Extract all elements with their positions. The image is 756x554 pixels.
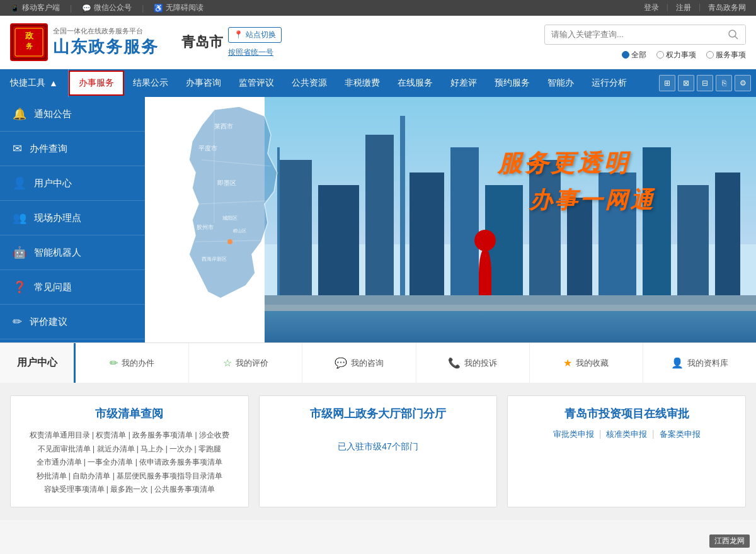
wechat-link[interactable]: 💬 微信公众号 bbox=[82, 3, 132, 13]
svg-point-5 bbox=[729, 30, 736, 37]
user-center-my-consult[interactable]: 💬 我的咨询 bbox=[302, 343, 416, 383]
banner-area: 莱西市 平度市 即墨区 胶州市 城阳区 崂山区 西海岸新区 服务更透明 办事一网… bbox=[145, 97, 756, 342]
bell-icon: 🔔 bbox=[13, 107, 26, 121]
bottom-card-invest: 青岛市投资项目在线审批 审批类申报 | 核准类申报 | 备案类申报 bbox=[507, 395, 746, 507]
sidebar-item-robot[interactable]: 🤖 智能机器人 bbox=[0, 235, 145, 270]
radio-power-circle bbox=[656, 51, 664, 59]
mail-icon: ✉ bbox=[13, 142, 22, 155]
banner-text-2: 办事一网通 bbox=[529, 185, 655, 216]
complaint-icon: 📞 bbox=[448, 357, 461, 369]
nav-item-jianguan[interactable]: 监管评议 bbox=[230, 69, 283, 97]
collect-icon: ★ bbox=[563, 357, 572, 369]
link-gonggong[interactable]: 公共服务事项清单 bbox=[154, 485, 215, 494]
link-lingtui[interactable]: 零跑腿 bbox=[198, 444, 221, 453]
banner-text-1: 服务更透明 bbox=[498, 147, 630, 179]
logo-title: 山东政务服务 bbox=[53, 36, 159, 58]
nav-item-feishui[interactable]: 非税缴费 bbox=[336, 69, 389, 97]
login-link[interactable]: 登录 bbox=[644, 3, 659, 13]
nav-item-jieguo[interactable]: 结果公示 bbox=[124, 69, 177, 97]
location-icon: 📍 bbox=[234, 30, 243, 39]
location-switch-btn[interactable]: 📍 站点切换 bbox=[228, 27, 282, 43]
radio-all[interactable]: 全部 bbox=[622, 50, 646, 60]
search-button[interactable] bbox=[721, 25, 745, 44]
sidebar-item-office[interactable]: 👥 现场办理点 bbox=[0, 201, 145, 235]
link-yiciiban[interactable]: 一次办 bbox=[169, 444, 192, 453]
header-left: 政 务 全国一体化在线政务服务平台 山东政务服务 青岛市 📍 站点切换 按照省统… bbox=[10, 23, 282, 61]
link-jiujin[interactable]: 就近办清单 bbox=[97, 444, 135, 453]
user-center-my-collect[interactable]: ★ 我的收藏 bbox=[530, 343, 643, 383]
province-link[interactable]: 按照省统一号 bbox=[228, 47, 282, 58]
user-center-my-review[interactable]: ☆ 我的评价 bbox=[189, 343, 302, 383]
window-restore-btn[interactable]: ⊞ bbox=[659, 75, 675, 91]
link-mashangban[interactable]: 马上办 bbox=[140, 444, 163, 453]
link-zhengwu-qingdan[interactable]: 政务服务事项清单 bbox=[132, 431, 193, 439]
question-icon: ❓ bbox=[13, 280, 26, 294]
logo-box: 政 务 全国一体化在线政务服务平台 山东政务服务 bbox=[10, 23, 159, 61]
accessibility-link[interactable]: ♿ 无障碍阅读 bbox=[154, 3, 203, 13]
radio-power[interactable]: 权力事项 bbox=[656, 50, 696, 60]
user-center-label: 用户中心 bbox=[0, 343, 76, 383]
window-minimize-btn[interactable]: ⊟ bbox=[697, 75, 713, 91]
nav-item-zixun[interactable]: 办事咨询 bbox=[177, 69, 230, 97]
link-hezun[interactable]: 核准类申报 bbox=[606, 429, 647, 440]
link-miaopi[interactable]: 秒批清单 bbox=[37, 472, 67, 480]
mobile-link[interactable]: 📱 移动客户端 bbox=[10, 3, 60, 13]
city-map: 莱西市 平度市 即墨区 胶州市 城阳区 崂山区 西海岸新区 bbox=[158, 97, 296, 336]
link-rongque[interactable]: 容缺受理事项清单 bbox=[44, 485, 105, 494]
consult-icon: 💬 bbox=[335, 357, 347, 369]
svg-text:务: 务 bbox=[26, 42, 33, 50]
sidebar-item-user[interactable]: 👤 用户中心 bbox=[0, 166, 145, 201]
nav-item-zhineng[interactable]: 智能办 bbox=[539, 69, 583, 97]
search-input[interactable] bbox=[545, 26, 721, 43]
sidebar-item-notice[interactable]: 🔔 通知公告 bbox=[0, 97, 145, 132]
nav-bar: 快捷工具 ▲ 办事服务 结果公示 办事咨询 监管评议 公共资源 非税缴费 在线服… bbox=[0, 69, 756, 97]
link-quanze[interactable]: 权责清单 bbox=[96, 431, 126, 439]
data-icon: 👤 bbox=[671, 357, 684, 369]
user-center-my-complaint[interactable]: 📞 我的投诉 bbox=[416, 343, 530, 383]
dept-count: 已入驻市级47个部门 bbox=[270, 441, 487, 453]
user-icon: 👤 bbox=[13, 176, 26, 190]
window-settings-btn[interactable]: ⚙ bbox=[735, 75, 751, 91]
logo-subtitle: 全国一体化在线政务服务平台 bbox=[53, 26, 159, 36]
window-maximize-btn[interactable]: ⊠ bbox=[678, 75, 694, 91]
affairs-icon: ✏ bbox=[110, 357, 118, 369]
user-center-my-affairs[interactable]: ✏ 我的办件 bbox=[76, 343, 189, 383]
link-shenpi[interactable]: 审批类申报 bbox=[553, 429, 594, 440]
top-bar: 📱 移动客户端 | 💬 微信公众号 | ♿ 无障碍阅读 登录 | 注册 | 青岛… bbox=[0, 0, 756, 16]
nav-item-yunxing[interactable]: 运行分析 bbox=[583, 69, 636, 97]
nav-item-zaixian[interactable]: 在线服务 bbox=[389, 69, 442, 97]
city-selector: 青岛市 📍 站点切换 按照省统一号 bbox=[181, 27, 282, 58]
link-shequan[interactable]: 涉企收费 bbox=[199, 431, 229, 439]
logo-icon: 政 务 bbox=[10, 23, 48, 61]
window-share-btn[interactable]: ⎘ bbox=[716, 75, 732, 91]
quick-tools-btn[interactable]: 快捷工具 ▲ bbox=[0, 69, 69, 97]
link-quanze-tongyong[interactable]: 权责清单通用目录 bbox=[30, 431, 90, 439]
link-quanshitong[interactable]: 全市通办清单 bbox=[37, 458, 82, 466]
sidebar-item-faq[interactable]: ❓ 常见问题 bbox=[0, 270, 145, 305]
nav-item-gonggong[interactable]: 公共资源 bbox=[283, 69, 336, 97]
radio-service[interactable]: 服务事项 bbox=[706, 50, 746, 60]
link-bumianmian[interactable]: 不见面审批清单 bbox=[38, 444, 91, 453]
nav-item-yuyue[interactable]: 预约服务 bbox=[486, 69, 539, 97]
svg-line-6 bbox=[735, 36, 738, 39]
user-center-my-data[interactable]: 👤 我的资料库 bbox=[643, 343, 756, 383]
svg-text:崂山区: 崂山区 bbox=[233, 229, 246, 233]
nav-item-haocha[interactable]: 好差评 bbox=[442, 69, 486, 97]
sidebar-item-feedback[interactable]: ✏ 评价建议 bbox=[0, 305, 145, 339]
radio-service-circle bbox=[706, 51, 714, 59]
link-zizhu[interactable]: 自助办清单 bbox=[72, 472, 110, 480]
sidebar-item-query[interactable]: ✉ 办件查询 bbox=[0, 132, 145, 166]
svg-text:平度市: 平度市 bbox=[198, 145, 217, 152]
qingdao-gov-link[interactable]: 青岛政务网 bbox=[708, 3, 746, 13]
svg-text:西海岸新区: 西海岸新区 bbox=[202, 256, 227, 262]
link-yishenqing[interactable]: 依申请政务服务事项清单 bbox=[139, 458, 222, 466]
link-jiceng[interactable]: 基层便民服务事项指导目录清单 bbox=[117, 472, 222, 480]
link-zuiduopao[interactable]: 最多跑一次 bbox=[110, 485, 148, 494]
svg-text:城阳区: 城阳区 bbox=[222, 215, 238, 221]
link-beian[interactable]: 备案类申报 bbox=[660, 429, 701, 440]
nav-item-banshi[interactable]: 办事服务 bbox=[69, 71, 124, 96]
register-link[interactable]: 注册 bbox=[676, 3, 691, 13]
user-center-bar: 用户中心 ✏ 我的办件 ☆ 我的评价 💬 我的咨询 📞 我的投诉 ★ 我的收藏 … bbox=[0, 342, 756, 383]
link-yishiquan[interactable]: 一事全办清单 bbox=[88, 458, 133, 466]
card2-center: 已入驻市级47个部门 bbox=[270, 429, 487, 465]
